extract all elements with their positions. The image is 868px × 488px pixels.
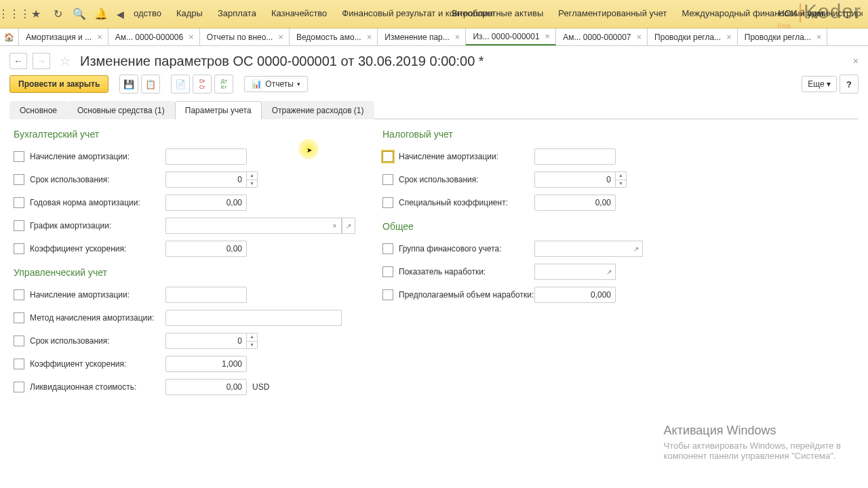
mgmt-accel-input[interactable] [165,356,247,372]
mgmt-life-input[interactable] [165,333,247,349]
mgmt-accrual-checkbox[interactable] [14,289,24,300]
clear-icon[interactable]: × [328,218,342,234]
home-icon[interactable]: 🏠 [0,28,19,45]
expected-usage-label: Предполагаемый объем наработки: [399,290,534,300]
open-icon[interactable]: ↗ [342,218,355,234]
close-icon[interactable]: × [96,32,104,42]
menu-item[interactable]: Внеоборотные активы [452,8,543,20]
spinner[interactable]: ▲▼ [247,171,258,188]
close-icon[interactable]: × [454,32,462,42]
close-icon[interactable]: × [187,32,195,42]
history-icon[interactable]: ↻ [49,5,66,23]
method-input[interactable] [165,310,342,326]
accel-checkbox[interactable] [14,243,24,254]
doc-tab[interactable]: Изменение пар...× [378,28,466,45]
tab-expense-reflection[interactable]: Отражение расходов (1) [262,101,374,119]
spinner[interactable]: ▲▼ [247,333,258,349]
close-icon[interactable]: × [544,31,552,41]
close-document-icon[interactable]: × [853,56,859,66]
mgmt-accel-label: Коэффициент ускорения: [30,359,165,369]
close-icon[interactable]: × [277,32,285,42]
schedule-input[interactable] [165,218,328,234]
doc-tab[interactable]: Амортизация и ...× [19,28,108,45]
tab-accounting-params[interactable]: Параметры учета [175,101,262,119]
close-icon[interactable]: × [635,32,644,42]
save-button[interactable]: 💾 [119,75,138,94]
main-menu: одство Кадры Зарплата Казначейство Финан… [134,8,863,20]
close-icon[interactable]: × [725,32,733,42]
accel-input[interactable] [165,241,247,257]
apps-icon[interactable]: ⋮⋮⋮ [5,5,23,23]
bell-icon[interactable]: 🔔 [92,5,110,23]
doc-tab-active[interactable]: Из... 0000-000001× [466,28,556,45]
tax-accrual-input[interactable] [534,148,616,165]
usage-ind-checkbox[interactable] [382,266,393,277]
post-button[interactable]: 📋 [141,75,160,94]
more-button[interactable]: Еще ▾ [802,76,837,92]
star-icon[interactable]: ★ [27,5,45,23]
mgmt-life-checkbox[interactable] [14,336,24,346]
document-structure-button[interactable]: 📄 [171,75,190,94]
doc-tab[interactable]: Отчеты по внео...× [200,28,290,45]
tab-main[interactable]: Основное [9,101,67,119]
close-icon[interactable]: × [815,32,823,42]
favorite-star-icon[interactable]: ☆ [60,54,71,68]
tab-fixed-assets[interactable]: Основные средства (1) [67,101,175,119]
menu-scroll-left[interactable]: ◀ [114,9,127,20]
doc-tab[interactable]: Ам... 0000-000007× [556,28,648,45]
tax-accrual-checkbox[interactable] [382,151,393,162]
open-icon[interactable]: ↗ [602,264,616,280]
useful-life-input[interactable] [165,171,247,188]
open-icon[interactable]: ↗ [629,241,643,257]
search-icon[interactable]: 🔍 [71,5,88,23]
spinner[interactable]: ▲▼ [616,171,627,188]
nav-back-button[interactable]: ← [9,53,27,69]
usage-ind-label: Показатель наработки: [399,267,534,277]
doc-tab[interactable]: Ведомость амо...× [290,28,378,45]
salvage-label: Ликвидационная стоимость: [30,382,165,392]
doc-tab[interactable]: Проводки регла...× [738,28,828,45]
salvage-input[interactable] [165,379,247,395]
inner-tabs: Основное Основные средства (1) Параметры… [9,100,859,119]
usage-ind-input[interactable] [534,264,602,280]
method-checkbox[interactable] [14,312,24,323]
special-coef-input[interactable] [534,195,616,211]
accrual-checkbox[interactable] [14,151,24,162]
tax-life-input[interactable] [534,171,616,188]
useful-life-checkbox[interactable] [14,174,24,185]
menu-item[interactable]: Казначейство [271,8,327,20]
menu-item[interactable]: Регламентированный учет [558,8,667,20]
annual-rate-checkbox[interactable] [14,197,24,208]
nav-forward-button[interactable]: → [33,53,50,69]
fin-group-checkbox[interactable] [382,243,393,254]
post-and-close-button[interactable]: Провести и закрыть [9,75,108,93]
document-header: ← → ☆ Изменение параметров ОС 0000-00000… [0,46,868,75]
schedule-checkbox[interactable] [14,220,24,231]
mgmt-accrual-input[interactable] [165,287,247,303]
mgmt-accel-checkbox[interactable] [14,359,24,369]
accrual-input[interactable] [165,148,247,165]
doc-tab[interactable]: Проводки регла...× [648,28,738,45]
expected-usage-input[interactable] [534,287,616,303]
help-button[interactable]: ? [840,75,859,94]
annual-rate-input[interactable] [165,195,247,211]
special-coef-checkbox[interactable] [382,197,393,208]
special-coef-label: Специальный коэффициент: [399,198,534,207]
doc-tab[interactable]: Ам... 0000-000006× [108,28,200,45]
menu-item[interactable]: Кадры [176,8,203,20]
menu-item[interactable]: Международный финансовый учет [682,8,764,20]
dt-kt-button[interactable]: ДтКт [214,75,233,94]
accel-label: Коэффициент ускорения: [30,244,165,253]
menu-item[interactable]: Зарплата [218,8,256,20]
close-icon[interactable]: × [366,32,374,42]
reports-dropdown[interactable]: 📊 Отчеты ▾ [244,76,307,92]
accrual-label: Начисление амортизации: [30,152,165,161]
dr-cr-button[interactable]: DrCr [193,75,212,94]
tax-life-checkbox[interactable] [382,174,393,185]
menu-item[interactable]: Финансовый результат и контроллинг [342,8,437,20]
menu-item[interactable]: одство [134,8,161,20]
fin-group-input[interactable] [534,241,629,257]
salvage-checkbox[interactable] [14,382,24,392]
mgmt-accrual-label: Начисление амортизации: [30,290,165,300]
expected-usage-checkbox[interactable] [382,289,393,300]
